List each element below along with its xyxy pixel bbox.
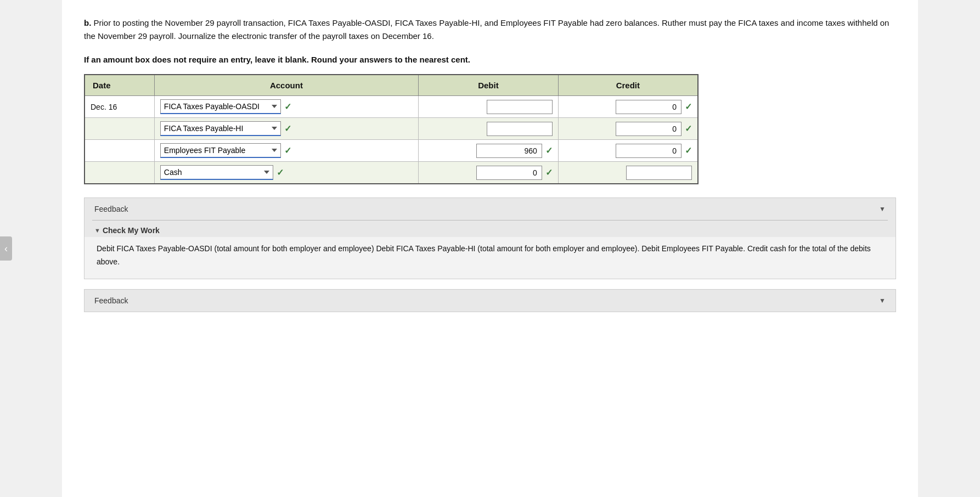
account-cell-2: FICA Taxes Payable-OASDI FICA Taxes Paya… — [154, 118, 418, 140]
credit-cell-3: 0 ✓ — [558, 140, 698, 162]
account-check-1: ✓ — [284, 101, 291, 112]
debit-check-3: ✓ — [545, 145, 553, 156]
credit-cell-2: 0 ✓ — [558, 118, 698, 140]
table-row: Dec. 16 FICA Taxes Payable-OASDI FICA Ta… — [85, 96, 698, 118]
credit-cell-1: 0 ✓ — [558, 96, 698, 118]
check-my-work-label: Check My Work — [103, 226, 160, 235]
intro-bold: b. — [84, 18, 91, 27]
table-row: FICA Taxes Payable-OASDI FICA Taxes Paya… — [85, 140, 698, 162]
credit-check-3: ✓ — [685, 145, 692, 156]
account-check-3: ✓ — [284, 145, 291, 156]
table-row: FICA Taxes Payable-OASDI FICA Taxes Paya… — [85, 118, 698, 140]
account-select-3[interactable]: FICA Taxes Payable-OASDI FICA Taxes Paya… — [160, 143, 281, 158]
credit-value-1: 0 — [616, 100, 682, 114]
credit-check-1: ✓ — [685, 101, 692, 112]
header-date: Date — [85, 75, 154, 96]
debit-cell-1 — [419, 96, 559, 118]
date-cell-3 — [85, 140, 154, 162]
date-cell-2 — [85, 118, 154, 140]
date-cell-1: Dec. 16 — [85, 96, 154, 118]
credit-value-2: 0 — [616, 122, 682, 136]
instruction-text: If an amount box does not require an ent… — [84, 55, 896, 64]
credit-check-2: ✓ — [685, 123, 692, 134]
account-select-2[interactable]: FICA Taxes Payable-OASDI FICA Taxes Paya… — [160, 121, 281, 136]
debit-cell-3: 960 ✓ — [419, 140, 559, 162]
sidebar-toggle[interactable]: ‹ — [0, 236, 12, 261]
debit-check-4: ✓ — [545, 167, 553, 178]
credit-input-4[interactable] — [626, 166, 692, 180]
debit-cell-4: 0 ✓ — [419, 162, 559, 184]
date-cell-4 — [85, 162, 154, 184]
check-my-work[interactable]: ▼ Check My Work — [85, 221, 895, 237]
intro-paragraph: b. Prior to posting the November 29 payr… — [84, 16, 896, 43]
debit-value-4: 0 — [476, 166, 542, 180]
triangle-icon: ▼ — [94, 227, 100, 234]
feedback-section: Feedback ▼ ▼ Check My Work Debit FICA Ta… — [84, 197, 896, 279]
feedback-body: Debit FICA Taxes Payable-OASDI (total am… — [85, 237, 895, 279]
chevron-down-icon: ▼ — [879, 205, 886, 213]
intro-text: Prior to posting the November 29 payroll… — [84, 18, 889, 41]
account-check-4: ✓ — [277, 167, 284, 178]
feedback-body-text: Debit FICA Taxes Payable-OASDI (total am… — [97, 244, 871, 266]
account-cell-4: FICA Taxes Payable-OASDI FICA Taxes Paya… — [154, 162, 418, 184]
footer-feedback-header[interactable]: Feedback ▼ — [85, 290, 895, 312]
account-check-2: ✓ — [284, 123, 291, 134]
header-credit: Credit — [558, 75, 698, 96]
account-select-1[interactable]: FICA Taxes Payable-OASDI FICA Taxes Paya… — [160, 99, 281, 114]
credit-cell-4 — [558, 162, 698, 184]
journal-table: Date Account Debit Credit Dec. 16 FICA T… — [84, 74, 699, 184]
debit-value-3: 960 — [476, 144, 542, 158]
debit-cell-2 — [419, 118, 559, 140]
footer-feedback-section: Feedback ▼ — [84, 289, 896, 312]
debit-input-1[interactable] — [487, 100, 553, 114]
account-cell-3: FICA Taxes Payable-OASDI FICA Taxes Paya… — [154, 140, 418, 162]
footer-feedback-label: Feedback — [94, 296, 128, 305]
footer-chevron-down-icon: ▼ — [879, 297, 886, 304]
credit-value-3: 0 — [616, 144, 682, 158]
feedback-header[interactable]: Feedback ▼ — [85, 198, 895, 220]
header-account: Account — [154, 75, 418, 96]
debit-input-2[interactable] — [487, 122, 553, 136]
header-debit: Debit — [419, 75, 559, 96]
account-cell-1: FICA Taxes Payable-OASDI FICA Taxes Paya… — [154, 96, 418, 118]
account-select-4[interactable]: FICA Taxes Payable-OASDI FICA Taxes Paya… — [160, 165, 273, 180]
feedback-label: Feedback — [94, 205, 128, 213]
table-row: FICA Taxes Payable-OASDI FICA Taxes Paya… — [85, 162, 698, 184]
